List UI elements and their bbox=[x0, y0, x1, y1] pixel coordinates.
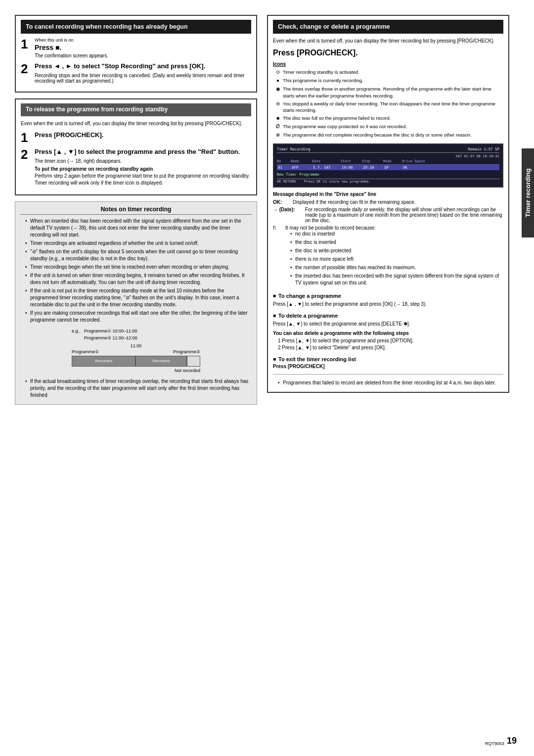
page-container: To cancel recording when recording has a… bbox=[0, 0, 534, 756]
step1-sub: The confirmation screen appears. bbox=[35, 53, 251, 58]
row-stop: 20:30 bbox=[363, 165, 380, 170]
note-item-2: Timer recordings are activated regardles… bbox=[30, 240, 252, 247]
exclaim-5: the inserted disc has been recorded with… bbox=[295, 273, 503, 286]
check-section: Check, change or delete a programme Even… bbox=[267, 15, 509, 393]
icon-row-3: ⊖ You stopped a weekly or daily timer re… bbox=[273, 100, 503, 114]
exclaim-content: It may not be possible to record because… bbox=[285, 225, 503, 288]
step2-cancel: 2 Press ◄ , ► to select "Stop Recording"… bbox=[21, 62, 251, 84]
icon-symbol-5: Ø bbox=[273, 123, 283, 130]
icon-symbol-2: ◉ bbox=[273, 86, 283, 93]
drive-space-section: Message displayed in the "Drive space" l… bbox=[273, 191, 503, 288]
also-header: You can also delete a programme with the… bbox=[273, 331, 503, 336]
exit-text: Press [PROG/CHECK] bbox=[273, 364, 503, 369]
screen-remain: Remain 1:57 SP bbox=[468, 146, 499, 152]
row-no: 01 bbox=[278, 165, 288, 170]
date-label: → (Date): bbox=[273, 207, 303, 212]
note-item-1: When an inserted disc has been recorded … bbox=[30, 218, 252, 238]
icon-symbol-3: ⊖ bbox=[273, 100, 283, 107]
step2-content: Press ◄ , ► to select "Stop Recording" a… bbox=[35, 62, 251, 84]
prog2-name: Programme② bbox=[173, 349, 200, 354]
step2-release-sub1: The timer icon (→ 18, right) disappears. bbox=[35, 158, 251, 164]
col-name: Name bbox=[291, 159, 308, 164]
icon-symbol-6: ⊗ bbox=[273, 132, 283, 139]
rqt-code: RQT9053 bbox=[485, 741, 504, 746]
step2-text: Press ◄ , ► to select "Stop Recording" a… bbox=[35, 62, 251, 71]
col-mode: Mode bbox=[383, 159, 398, 164]
date-text: For recordings made daily or weekly, the… bbox=[305, 207, 503, 223]
screen-row: 01 AFP 5.7. SAT 19:00 20:30 SP OK bbox=[277, 165, 499, 170]
step2-release-num: 2 bbox=[21, 148, 35, 161]
row-date: 5.7. SAT bbox=[313, 165, 338, 170]
exclaim-0: no disc is inserted bbox=[295, 231, 503, 237]
exclaim-row: !: It may not be possible to record beca… bbox=[273, 225, 503, 288]
icon-symbol-0: ⊙ bbox=[273, 69, 283, 76]
sub2-header: To put the programme on recording standb… bbox=[35, 166, 251, 172]
release-intro: Even when the unit is turned off, you ca… bbox=[21, 120, 251, 127]
date-row: → (Date): For recordings made daily or w… bbox=[273, 207, 503, 223]
screen-columns: No Name Date Start Stop Mode Drive Space bbox=[277, 159, 499, 165]
final-note-right: Programmes that failed to record are del… bbox=[283, 379, 503, 386]
note-item-5: If the unit is turned on when timer reco… bbox=[30, 272, 252, 286]
note-item-4: Timer recordings begin when the set time… bbox=[30, 264, 252, 271]
row-start: 19:00 bbox=[342, 165, 359, 170]
col-stop: Stop bbox=[362, 159, 379, 164]
step2-release: 2 Press [▲ , ▼] to select the programme … bbox=[21, 148, 251, 187]
row-name: AFP bbox=[292, 165, 309, 170]
step1-release-num: 1 bbox=[21, 131, 35, 144]
icon-symbol-1: ● bbox=[273, 77, 283, 84]
step1-number: 1 bbox=[21, 38, 35, 50]
release-header: To release the programme from recording … bbox=[21, 103, 251, 116]
step2-sub: Recording stops and the timer recording … bbox=[35, 73, 251, 84]
cancel-section-header: To cancel recording when recording has a… bbox=[21, 20, 251, 34]
icon-text-1: This programme is currently recording. bbox=[283, 77, 503, 84]
notes-header: Notes on timer recording bbox=[20, 206, 252, 215]
exclaim-text: It may not be possible to record because… bbox=[285, 225, 376, 231]
exclaim-4: the number of possible titles has reache… bbox=[295, 264, 503, 271]
prog-labels: Programme① Programme② bbox=[72, 349, 200, 354]
delete-header: To delete a programme bbox=[273, 313, 503, 319]
page-number: 19 bbox=[507, 736, 517, 746]
exit-section: To exit the timer recording list Press [… bbox=[273, 356, 503, 369]
screen-header: Timer Recording Remain 1:57 SP bbox=[277, 146, 499, 152]
exit-header: To exit the timer recording list bbox=[273, 356, 503, 362]
prog2-label-line: Programme② 11:00–12:00 bbox=[84, 335, 200, 340]
recorded-block1: Recorded bbox=[72, 356, 135, 367]
exclaim-3: there is no more space left bbox=[295, 256, 503, 263]
step2-release-content: Press [▲ , ▼] to select the programme an… bbox=[35, 148, 251, 187]
icon-symbol-4: ■ bbox=[273, 115, 283, 122]
icon-row-2: ◉ The times overlap those in another pro… bbox=[273, 86, 503, 99]
exclaim-list: no disc is inserted the disc is inserted… bbox=[285, 231, 503, 286]
icon-row-5: Ø The programme was copy-protected so it… bbox=[273, 123, 503, 130]
icon-text-2: The times overlap those in another progr… bbox=[283, 86, 503, 99]
exclaim-1: the disc is inserted bbox=[295, 239, 503, 246]
step2-release-text: Press [▲ , ▼] to select the programme an… bbox=[35, 148, 251, 156]
exclaim-2: the disc is write-protected bbox=[295, 247, 503, 254]
drive-space-header: Message displayed in the "Drive space" l… bbox=[273, 191, 503, 197]
step1-label: When this unit is on bbox=[35, 38, 251, 43]
main-content: To cancel recording when recording has a… bbox=[15, 15, 519, 411]
notes-section: Notes on timer recording When an inserte… bbox=[15, 201, 257, 405]
icon-row-0: ⊙ Timer recording standby is activated. bbox=[273, 69, 503, 76]
ok-row: OK: Displayed if the recording can fit i… bbox=[273, 199, 503, 205]
recorded-block2: Recorded bbox=[135, 356, 187, 367]
check-intro: Even when the unit is turned off, you ca… bbox=[273, 38, 503, 45]
delete-section: To delete a programme Press [▲, ▼] to se… bbox=[273, 313, 503, 351]
timeline-bar: Recorded Recorded bbox=[72, 356, 200, 367]
step1-release-content: Press [PROG/CHECK]. bbox=[35, 131, 251, 139]
screen-title: Timer Recording bbox=[277, 146, 311, 152]
icons-section: Icons ⊙ Timer recording standby is activ… bbox=[273, 61, 503, 139]
check-header: Check, change or delete a programme bbox=[273, 20, 503, 34]
change-section: To change a programme Press [▲ , ▼] to s… bbox=[273, 293, 503, 308]
final-note: If the actual broadcasting times of time… bbox=[30, 378, 252, 399]
sidebar-label: Timer recording bbox=[522, 148, 534, 237]
col-drive: Drive Space bbox=[402, 159, 427, 164]
time-label: 11:00 bbox=[72, 343, 200, 348]
icon-row-6: ⊗ The programme did not complete recordi… bbox=[273, 132, 503, 139]
note-item-3: "⊘" flashes on the unit's display for ab… bbox=[30, 248, 252, 262]
ok-label: OK: bbox=[273, 199, 290, 205]
row-drive: OK bbox=[403, 165, 428, 170]
example-label: e.g., Programme① 10:00–11:00 bbox=[72, 329, 200, 333]
step1-content: When this unit is on Press ■. The confir… bbox=[35, 38, 251, 58]
step1-release: 1 Press [PROG/CHECK]. bbox=[21, 131, 251, 144]
screen-mockup: Timer Recording Remain 1:57 SP SAT 05.07… bbox=[273, 143, 503, 187]
